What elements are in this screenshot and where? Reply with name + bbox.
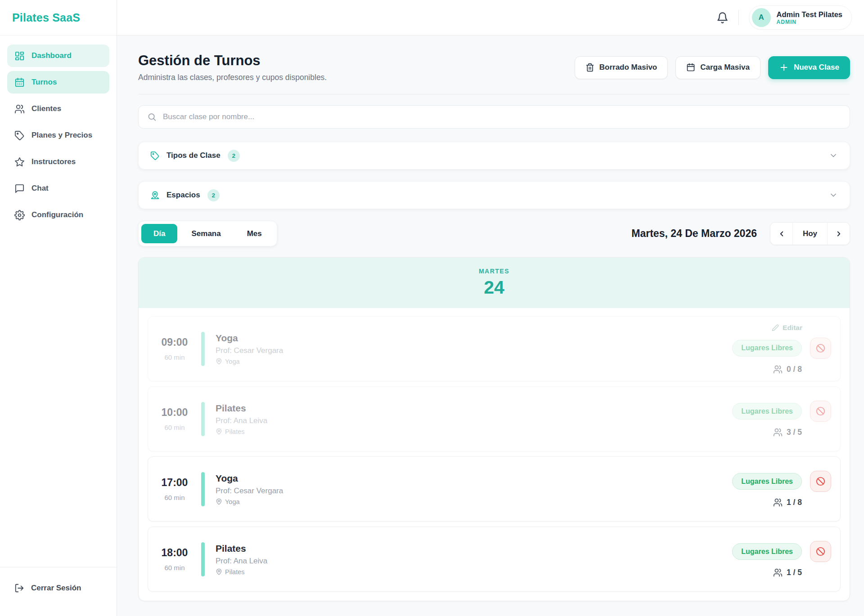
sidebar-item-configuracion[interactable]: Configuración (7, 204, 109, 226)
class-actions: Lugares Libres 3 / 5 (732, 401, 831, 437)
filter-tipos-de-clase[interactable]: Tipos de Clase 2 (138, 142, 850, 170)
class-room: Yoga (216, 358, 283, 365)
class-list: 09:00 60 min Yoga Prof: Cesar Vergara Yo… (139, 308, 850, 601)
sidebar-item-chat[interactable]: Chat (7, 177, 109, 200)
block-class-button[interactable] (810, 471, 831, 492)
class-actions: Editar Lugares Libres 0 / 8 (732, 324, 831, 374)
page-title: Gestión de Turnos (138, 53, 327, 69)
dashboard-icon (14, 51, 25, 61)
class-card[interactable]: 17:00 60 min Yoga Prof: Cesar Vergara Yo… (148, 456, 841, 522)
class-card[interactable]: 10:00 60 min Pilates Prof: Ana Leiva Pil… (148, 386, 841, 451)
prev-day-button[interactable] (770, 223, 792, 245)
page-header: Gestión de Turnos Administra las clases,… (138, 53, 850, 94)
block-class-button[interactable] (810, 338, 831, 359)
chevron-down-icon (829, 151, 838, 160)
class-info: Yoga Prof: Cesar Vergara Yoga (216, 333, 283, 365)
bulk-delete-button[interactable]: Borrado Masivo (575, 56, 668, 79)
class-duration: 60 min (164, 424, 184, 431)
class-card[interactable]: 09:00 60 min Yoga Prof: Cesar Vergara Yo… (148, 316, 841, 381)
sidebar-item-label: Turnos (32, 78, 57, 87)
user-menu[interactable]: A Admin Test Pilates ADMIN (749, 5, 852, 30)
brand-logo: Pilates SaaS (0, 0, 117, 36)
sidebar-item-clientes[interactable]: Clientes (7, 98, 109, 120)
filter-count-badge: 2 (207, 189, 220, 201)
filter-espacios[interactable]: Espacios 2 (138, 181, 850, 209)
calendar-controls: Día Semana Mes Martes, 24 De Marzo 2026 … (138, 221, 850, 246)
bulk-upload-button[interactable]: Carga Masiva (675, 56, 760, 79)
bulk-delete-label: Borrado Masivo (599, 63, 657, 72)
current-date: Martes, 24 De Marzo 2026 (631, 228, 757, 240)
users-icon (773, 365, 783, 374)
block-class-button[interactable] (810, 541, 831, 562)
app-root: Pilates SaaS Dashboard Turnos Clientes P… (0, 0, 864, 616)
brand-name: Pilates SaaS (12, 11, 80, 24)
ban-icon (815, 406, 826, 416)
capacity-value: 0 / 8 (787, 365, 802, 374)
new-class-button[interactable]: Nueva Clase (768, 56, 850, 79)
bulk-upload-label: Carga Masiva (700, 63, 750, 72)
class-info: Pilates Prof: Ana Leiva Pilates (216, 403, 267, 435)
class-time: 09:00 (162, 336, 188, 348)
today-button[interactable]: Hoy (792, 223, 828, 245)
class-room: Pilates (216, 428, 267, 435)
plus-icon (779, 62, 789, 72)
class-title: Pilates (216, 403, 267, 414)
class-capacity: 1 / 8 (773, 498, 802, 507)
sidebar-item-label: Chat (32, 184, 49, 193)
class-room: Pilates (216, 568, 267, 576)
class-time-block: 10:00 60 min (148, 406, 201, 431)
date-navigation: Martes, 24 De Marzo 2026 Hoy (631, 222, 850, 245)
edit-label: Editar (783, 324, 802, 332)
page-content: Gestión de Turnos Administra las clases,… (117, 36, 864, 616)
logout-label: Cerrar Sesión (31, 584, 81, 593)
class-title: Pilates (216, 543, 267, 554)
class-time: 17:00 (162, 477, 188, 489)
edit-class-link[interactable]: Editar (772, 324, 802, 332)
new-class-label: Nueva Clase (794, 63, 839, 72)
tab-semana[interactable]: Semana (179, 224, 233, 243)
sidebar-item-planes-y-precios[interactable]: Planes y Precios (7, 124, 109, 147)
next-day-button[interactable] (828, 223, 850, 245)
class-accent-bar (201, 542, 205, 576)
class-instructor: Prof: Ana Leiva (216, 416, 267, 425)
class-duration: 60 min (164, 564, 184, 571)
sidebar-item-label: Clientes (32, 104, 61, 113)
sidebar-item-label: Dashboard (32, 51, 72, 60)
class-capacity: 1 / 5 (773, 568, 802, 577)
map-pin-icon (150, 191, 160, 200)
class-time-block: 18:00 60 min (148, 547, 201, 571)
class-card[interactable]: 18:00 60 min Pilates Prof: Ana Leiva Pil… (148, 527, 841, 592)
availability-badge: Lugares Libres (732, 473, 802, 490)
class-instructor: Prof: Cesar Vergara (216, 346, 283, 355)
day-number: 24 (484, 277, 504, 298)
map-pin-icon (216, 498, 222, 505)
day-weekday: MARTES (479, 268, 509, 275)
chevron-right-icon (835, 230, 843, 238)
search-input[interactable] (138, 105, 850, 129)
logout-icon (14, 583, 24, 593)
view-toggle: Día Semana Mes (138, 221, 277, 246)
sidebar-item-label: Configuración (32, 210, 83, 219)
block-class-button[interactable] (810, 401, 831, 422)
availability-badge: Lugares Libres (732, 340, 802, 357)
sidebar-item-turnos[interactable]: Turnos (7, 71, 109, 94)
avatar: A (752, 8, 771, 27)
sidebar-item-dashboard[interactable]: Dashboard (7, 45, 109, 67)
chevron-down-icon (829, 191, 838, 200)
sidebar-item-instructores[interactable]: Instructores (7, 151, 109, 173)
class-duration: 60 min (164, 494, 184, 501)
tab-dia[interactable]: Día (141, 224, 177, 243)
class-status-row: Lugares Libres (732, 401, 831, 422)
user-name: Admin Test Pilates (777, 10, 842, 19)
class-room-label: Pilates (225, 428, 245, 435)
class-accent-bar (201, 472, 205, 506)
map-pin-icon (216, 358, 222, 365)
header-actions: Borrado Masivo Carga Masiva Nueva Clase (575, 56, 850, 79)
calendar-icon (686, 63, 695, 72)
capacity-value: 1 / 8 (787, 498, 802, 507)
class-instructor: Prof: Ana Leiva (216, 557, 267, 566)
bell-icon[interactable] (716, 12, 729, 24)
tab-mes[interactable]: Mes (235, 224, 274, 243)
logout-button[interactable]: Cerrar Sesión (7, 578, 109, 598)
chat-icon (14, 183, 25, 194)
